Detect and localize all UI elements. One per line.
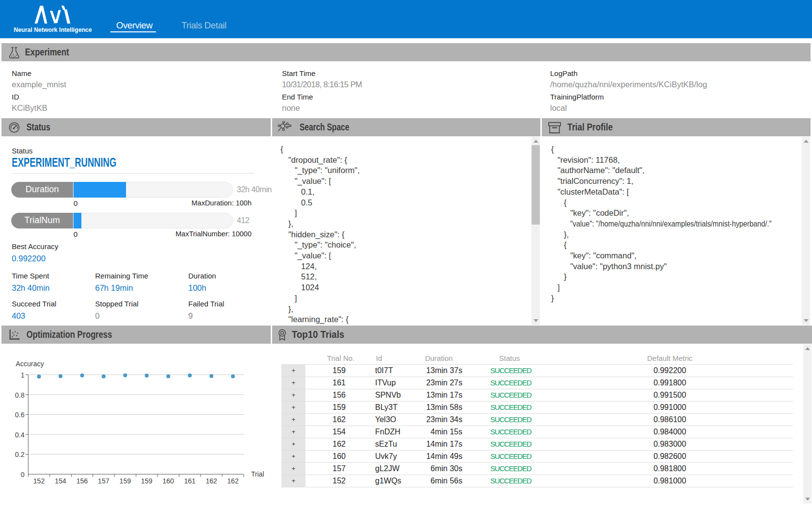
svg-text:0.8: 0.8 <box>15 391 25 399</box>
svg-text:Accuracy: Accuracy <box>16 360 44 368</box>
svg-text:0.6: 0.6 <box>15 411 25 419</box>
svg-text:159: 159 <box>120 477 131 485</box>
svg-text:161: 161 <box>184 477 196 485</box>
svg-text:162: 162 <box>205 477 217 485</box>
svg-text:152: 152 <box>33 477 45 485</box>
svg-text:Trial: Trial <box>251 470 264 478</box>
svg-text:156: 156 <box>76 477 88 485</box>
svg-text:160: 160 <box>163 477 175 485</box>
svg-text:159: 159 <box>141 477 153 485</box>
svg-text:1: 1 <box>21 371 25 379</box>
svg-text:0: 0 <box>21 471 25 479</box>
svg-text:162: 162 <box>227 477 239 485</box>
svg-text:0.4: 0.4 <box>15 431 25 439</box>
svg-text:157: 157 <box>98 477 110 485</box>
svg-text:154: 154 <box>55 477 67 485</box>
svg-text:0.2: 0.2 <box>15 451 25 458</box>
